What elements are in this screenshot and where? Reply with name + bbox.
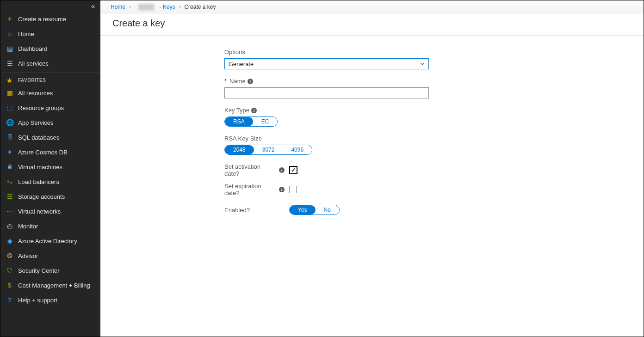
sidebar-item-monitor[interactable]: ◴ Monitor <box>0 219 100 233</box>
sidebar-item-label: Storage accounts <box>18 193 65 200</box>
sidebar-item-label: Azure Active Directory <box>18 238 77 245</box>
key-type-label-text: Key Type <box>224 107 249 114</box>
rsa-size-4096[interactable]: 4096 <box>283 145 312 154</box>
sidebar-item-cost-billing[interactable]: $ Cost Management + Billing <box>0 278 100 293</box>
favorites-header: ★ FAVORITES <box>0 73 100 86</box>
sidebar: « ＋ Create a resource ⌂ Home ▤ Dashboard… <box>0 0 100 337</box>
name-input[interactable] <box>224 87 429 98</box>
sidebar-item-label: Home <box>18 31 34 37</box>
sidebar-item-load-balancers[interactable]: ⇆ Load balancers <box>0 174 100 189</box>
name-label-text: Name <box>229 78 246 85</box>
sidebar-item-label: All resources <box>18 90 53 97</box>
form-area: Options Generate * Name i Key T <box>100 36 644 228</box>
enabled-no[interactable]: No <box>316 205 339 214</box>
star-icon: ★ <box>6 77 13 84</box>
field-activation-date: Set activation date? i ✓ <box>224 163 631 177</box>
breadcrumb-separator: › <box>179 4 180 10</box>
advisor-icon: ❂ <box>6 252 13 259</box>
info-icon[interactable]: i <box>279 187 285 192</box>
options-select[interactable]: Generate <box>224 58 429 69</box>
sidebar-item-help-support[interactable]: ? Help + support <box>0 293 100 307</box>
sidebar-collapse-button[interactable]: « <box>0 0 100 12</box>
info-icon[interactable]: i <box>279 167 285 173</box>
grid-icon: ▦ <box>6 89 13 97</box>
sidebar-item-label: App Services <box>18 119 54 126</box>
aad-icon: ◆ <box>6 237 13 245</box>
key-type-rsa[interactable]: RSA <box>225 117 253 126</box>
sidebar-item-storage-accounts[interactable]: ☰ Storage accounts <box>0 189 100 204</box>
breadcrumb-vault[interactable]: ████ - Keys <box>135 4 175 10</box>
sidebar-item-all-resources[interactable]: ▦ All resources <box>0 86 100 100</box>
sidebar-item-resource-groups[interactable]: ⬚ Resource groups <box>0 100 100 115</box>
key-type-toggle: RSA EC <box>224 116 278 127</box>
vm-icon: 🖥 <box>6 163 13 171</box>
sidebar-item-home[interactable]: ⌂ Home <box>0 26 100 41</box>
sidebar-item-sql-databases[interactable]: 🗄 SQL databases <box>0 130 100 145</box>
sidebar-item-virtual-networks[interactable]: ⋯ Virtual networks <box>0 204 100 219</box>
sidebar-item-label: Cost Management + Billing <box>18 282 90 289</box>
activation-label: Set activation date? <box>224 163 277 177</box>
options-value: Generate <box>229 61 254 67</box>
rsa-size-2048[interactable]: 2048 <box>225 145 254 154</box>
cost-icon: $ <box>6 282 13 289</box>
activation-checkbox[interactable]: ✓ <box>289 166 297 174</box>
sidebar-item-label: All services <box>18 60 49 67</box>
cosmos-icon: ✦ <box>6 148 13 156</box>
sidebar-item-label: Virtual machines <box>18 164 62 171</box>
options-label: Options <box>224 49 631 55</box>
sidebar-item-label: Create a resource <box>18 16 66 23</box>
sidebar-item-security-center[interactable]: 🛡 Security Center <box>0 263 100 278</box>
lb-icon: ⇆ <box>6 178 13 185</box>
expiration-checkbox[interactable] <box>289 186 297 193</box>
sidebar-item-all-services[interactable]: ☰ All services <box>0 56 100 71</box>
enabled-label: Enabled? <box>224 207 285 214</box>
sidebar-item-label: Advisor <box>18 252 38 259</box>
sidebar-item-cosmos-db[interactable]: ✦ Azure Cosmos DB <box>0 145 100 159</box>
globe-icon: 🌐 <box>6 119 13 126</box>
info-icon[interactable]: i <box>248 79 253 84</box>
sidebar-item-aad[interactable]: ◆ Azure Active Directory <box>0 233 100 248</box>
sidebar-item-label: Dashboard <box>18 45 48 52</box>
sidebar-item-create-resource[interactable]: ＋ Create a resource <box>0 12 100 26</box>
sidebar-item-label: Load balancers <box>18 178 59 185</box>
plus-icon: ＋ <box>6 15 13 23</box>
chevron-left-double-icon: « <box>91 2 95 10</box>
dashboard-icon: ▤ <box>6 45 13 52</box>
help-icon: ? <box>6 296 13 304</box>
field-enabled: Enabled? Yes No <box>224 205 631 215</box>
cube-icon: ⬚ <box>6 104 13 111</box>
security-icon: 🛡 <box>6 267 13 274</box>
sidebar-item-label: Resource groups <box>18 104 64 111</box>
sidebar-item-app-services[interactable]: 🌐 App Services <box>0 115 100 130</box>
vnet-icon: ⋯ <box>6 208 13 215</box>
field-rsa-size: RSA Key Size 2048 3072 4096 <box>224 135 631 155</box>
monitor-icon: ◴ <box>6 222 13 230</box>
key-type-ec[interactable]: EC <box>253 117 278 126</box>
sidebar-item-advisor[interactable]: ❂ Advisor <box>0 248 100 263</box>
sidebar-item-label: SQL databases <box>18 134 59 141</box>
sql-icon: 🗄 <box>6 134 13 141</box>
required-indicator: * <box>224 78 227 85</box>
main-panel: Home › ████ - Keys › Create a key Create… <box>100 0 644 337</box>
sidebar-item-label: Azure Cosmos DB <box>18 149 68 156</box>
expiration-label: Set expiration date? <box>224 183 277 196</box>
sidebar-item-label: Help + support <box>18 297 57 304</box>
sidebar-item-dashboard[interactable]: ▤ Dashboard <box>0 41 100 56</box>
key-type-label: Key Type i <box>224 107 631 114</box>
field-expiration-date: Set expiration date? i <box>224 183 631 196</box>
enabled-yes[interactable]: Yes <box>290 205 316 214</box>
breadcrumb-home[interactable]: Home <box>111 4 125 10</box>
sidebar-item-label: Virtual networks <box>18 208 61 215</box>
info-icon[interactable]: i <box>251 108 257 113</box>
field-key-type: Key Type i RSA EC <box>224 107 631 127</box>
list-icon: ☰ <box>6 60 13 67</box>
sidebar-item-virtual-machines[interactable]: 🖥 Virtual machines <box>0 159 100 174</box>
breadcrumb-separator: › <box>129 4 131 10</box>
chevron-down-icon <box>420 61 425 67</box>
rsa-size-3072[interactable]: 3072 <box>254 145 283 154</box>
storage-icon: ☰ <box>6 193 13 200</box>
field-options: Options Generate <box>224 49 631 69</box>
page-title: Create a key <box>100 13 644 35</box>
rsa-size-label: RSA Key Size <box>224 135 631 142</box>
breadcrumb-current: Create a key <box>184 4 216 10</box>
